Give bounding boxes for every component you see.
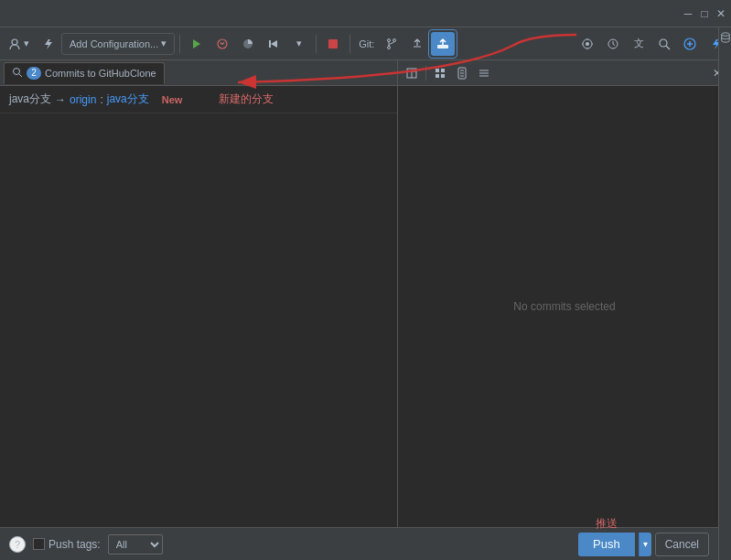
- svg-point-6: [388, 38, 391, 41]
- cancel-button[interactable]: Cancel: [655, 533, 709, 556]
- colon-separator: :: [100, 93, 102, 106]
- clock-button[interactable]: [601, 32, 625, 56]
- step-back-button[interactable]: [262, 32, 285, 56]
- rt-separator-1: [425, 66, 426, 81]
- toolbar-separator-1: [179, 35, 180, 53]
- push-tags-wrapper: Push tags:: [33, 538, 101, 551]
- push-button[interactable]: Push: [578, 533, 635, 556]
- help-button[interactable]: ?: [9, 536, 26, 553]
- svg-point-7: [393, 38, 396, 41]
- add-config-dropdown-icon: ▾: [161, 38, 167, 49]
- commit-item[interactable]: java分支 → origin : java分支 New 新建的分支: [0, 86, 397, 113]
- stop-button[interactable]: [321, 32, 345, 56]
- push-tags-select[interactable]: All: [108, 534, 163, 555]
- add-configuration-button[interactable]: Add Configuration... ▾: [61, 33, 175, 55]
- tab-bar: 2 Commits to GitHubClone: [0, 60, 397, 86]
- remote-prefix: origin: [70, 93, 96, 106]
- svg-point-39: [721, 33, 729, 36]
- toolbar-separator-2: [316, 35, 317, 53]
- translate-button[interactable]: 文: [627, 32, 650, 56]
- toolbar-separator-3: [349, 35, 350, 53]
- expand-button[interactable]: [402, 63, 422, 83]
- arrow-icon: →: [55, 93, 66, 106]
- svg-rect-28: [435, 69, 439, 72]
- list-view-button[interactable]: [474, 63, 494, 83]
- file-view-button[interactable]: [452, 63, 472, 83]
- toolbar-right-icons: 文: [575, 32, 727, 56]
- local-branch-label: java分支: [9, 92, 51, 107]
- git-fork-icon[interactable]: [380, 32, 403, 56]
- add-toolbar-button[interactable]: [678, 32, 702, 56]
- push-tags-label: Push tags:: [48, 538, 101, 551]
- window-controls: ─ □ ✕: [682, 7, 727, 20]
- svg-marker-1: [193, 39, 200, 48]
- svg-rect-31: [441, 74, 445, 78]
- database-icon[interactable]: [720, 31, 731, 44]
- svg-point-0: [12, 39, 17, 45]
- main-content: 2 Commits to GitHubClone java分支 → origin…: [0, 60, 731, 527]
- push-remote-button[interactable]: [431, 32, 455, 56]
- no-commits-text: No commits selected: [513, 300, 615, 313]
- user-icon-button[interactable]: ▾: [4, 32, 34, 56]
- tab-search-icon: [12, 67, 23, 80]
- svg-line-24: [19, 74, 22, 77]
- svg-rect-29: [441, 69, 445, 72]
- grid-view-button[interactable]: [430, 63, 450, 83]
- svg-line-18: [666, 46, 670, 49]
- commits-list: java分支 → origin : java分支 New 新建的分支: [0, 86, 397, 527]
- svg-rect-30: [435, 74, 439, 78]
- right-panel-toolbar: ✕: [398, 60, 731, 86]
- git-push-button[interactable]: [405, 32, 429, 56]
- svg-rect-4: [269, 40, 271, 48]
- profile-button[interactable]: [575, 32, 599, 56]
- bottom-right-buttons: 推送 Push ▾ Cancel: [578, 533, 709, 556]
- svg-point-8: [388, 46, 391, 48]
- tab-title: Commits to GitHubClone: [45, 68, 156, 79]
- maximize-button[interactable]: □: [698, 7, 711, 20]
- svg-rect-9: [437, 45, 448, 48]
- title-bar: ─ □ ✕: [0, 0, 731, 27]
- svg-point-11: [586, 42, 589, 46]
- svg-rect-5: [328, 39, 338, 48]
- new-badge: New: [162, 94, 183, 105]
- add-config-label: Add Configuration...: [70, 38, 158, 49]
- commits-tab[interactable]: 2 Commits to GitHubClone: [4, 62, 165, 84]
- bottom-bar: ? Push tags: All 推送 Push ▾ Cancel: [0, 527, 718, 560]
- main-toolbar: ▾ Add Configuration... ▾ ▾: [0, 27, 731, 60]
- right-sidebar: [718, 27, 731, 560]
- right-panel: ✕ No commits selected: [398, 60, 731, 527]
- branch-annotation: 新建的分支: [219, 92, 274, 107]
- debug-button[interactable]: [210, 32, 234, 56]
- commit-branch-line: java分支 → origin : java分支 New 新建的分支: [9, 92, 388, 107]
- left-panel: 2 Commits to GitHubClone java分支 → origin…: [0, 60, 398, 527]
- close-button[interactable]: ✕: [715, 7, 727, 20]
- no-commits-area: No commits selected: [398, 86, 731, 527]
- minimize-button[interactable]: ─: [682, 7, 694, 20]
- coverage-button[interactable]: [236, 32, 260, 56]
- svg-point-23: [14, 68, 20, 74]
- translate-icon: 文: [634, 37, 644, 50]
- remote-branch-label: java分支: [107, 92, 149, 107]
- run-button[interactable]: [185, 32, 209, 56]
- user-dropdown-icon: ▾: [24, 38, 29, 49]
- vcs-icon-button[interactable]: [36, 32, 59, 56]
- search-toolbar-button[interactable]: [652, 32, 676, 56]
- step-dropdown-button[interactable]: ▾: [287, 32, 311, 56]
- svg-point-17: [660, 39, 667, 47]
- push-tags-checkbox[interactable]: [33, 538, 45, 550]
- git-label: Git:: [355, 38, 378, 49]
- tab-badge: 2: [27, 67, 41, 80]
- push-dropdown-button[interactable]: ▾: [639, 533, 651, 556]
- push-label-top: 推送: [596, 516, 618, 532]
